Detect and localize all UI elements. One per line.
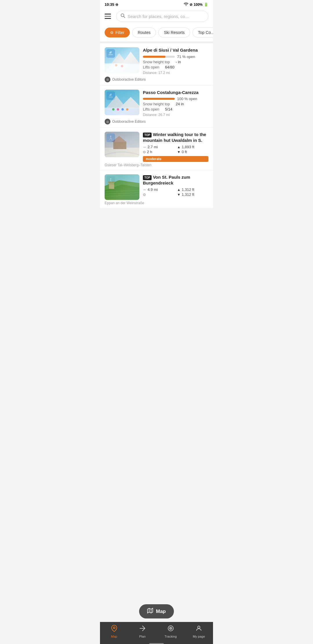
routes-label: Routes	[138, 30, 150, 35]
item-info: TOPWinter walking tour to the mountain h…	[143, 132, 208, 162]
item-info: TOPVon St. Pauls zum Burgendreieck ↔ 4.9…	[143, 174, 208, 200]
dnd-icon: ⊘	[190, 3, 192, 7]
battery-level: 100%	[194, 3, 203, 7]
distance-row: Distance: 26.7 mi	[143, 113, 208, 117]
snow-height-label: Snow height top	[143, 102, 170, 106]
list-item-main: Alpe di Siusi / Val Gardena 71 % open Sn…	[100, 47, 213, 75]
duration-stat: ⊙ 2 h	[143, 150, 174, 154]
author-name: Outdooractive Editors	[112, 77, 145, 82]
results-list: Alpe di Siusi / Val Gardena 71 % open Sn…	[100, 43, 213, 249]
list-item[interactable]: Passo Costalunga-Carezza 100 % open Snow…	[100, 86, 213, 128]
distance-value: 2.7 mi	[148, 145, 158, 149]
item-author: ◎ Outdooractive Editors	[100, 117, 213, 124]
ascent-value: 1,893 ft	[182, 145, 194, 149]
ascent-value: 1,312 ft	[182, 187, 194, 192]
wifi-icon	[184, 2, 188, 7]
list-container: Alpe di Siusi / Val Gardena 71 % open Sn…	[100, 43, 213, 208]
top-badge: TOP	[143, 133, 152, 138]
svg-point-20	[126, 108, 128, 111]
lifts-row: Lifts open 5/14	[143, 107, 208, 111]
item-info: Passo Costalunga-Carezza 100 % open Snow…	[143, 90, 208, 117]
top-collections-filter-button[interactable]: Top Co…	[192, 28, 213, 37]
difficulty-badge: moderate	[143, 156, 208, 162]
item-info: Alpe di Siusi / Val Gardena 71 % open Sn…	[143, 47, 208, 75]
item-location: Eppan an der Weinstraße	[100, 200, 213, 205]
menu-button[interactable]	[105, 12, 113, 20]
progress-row: 71 % open	[143, 55, 208, 59]
battery-icon: 🔋	[204, 2, 208, 7]
list-item-main: TOPVon St. Pauls zum Burgendreieck ↔ 4.9…	[100, 174, 213, 200]
descent-icon: ▼	[177, 150, 181, 154]
svg-line-2	[124, 17, 125, 18]
filter-bar: ⚙ Filter Routes Ski Resorts Top Co…	[100, 25, 213, 41]
author-name: Outdooractive Editors	[112, 120, 145, 124]
svg-point-18	[117, 108, 119, 111]
svg-point-17	[112, 108, 114, 111]
ski-resorts-filter-button[interactable]: Ski Resorts	[158, 28, 190, 37]
filter-label: Filter	[115, 30, 124, 35]
distance-value: 4.9 mi	[148, 187, 158, 192]
header: Search for places, regions, co…	[100, 8, 213, 25]
item-title: TOPVon St. Pauls zum Burgendreieck	[143, 174, 208, 186]
descent-value: 1,312 ft	[182, 192, 194, 197]
list-item[interactable]: Alpe di Siusi / Val Gardena 71 % open Sn…	[100, 43, 213, 86]
snow-height-row: Snow height top 24 in	[143, 102, 208, 106]
svg-point-19	[121, 108, 124, 111]
routes-filter-button[interactable]: Routes	[132, 28, 156, 37]
svg-point-9	[115, 64, 117, 66]
lifts-value: 5/14	[165, 107, 172, 111]
item-title: Alpe di Siusi / Val Gardena	[143, 47, 208, 53]
route-stats: ↔ 2.7 mi ▲ 1,893 ft ⊙ 2 h ▼	[143, 145, 208, 154]
ascent-icon: ▲	[177, 188, 181, 192]
clock-icon: ⊙	[143, 150, 146, 154]
progress-fill	[143, 98, 175, 100]
svg-point-10	[121, 65, 123, 67]
progress-bar	[143, 56, 175, 58]
distance-icon: ↔	[143, 145, 146, 149]
descent-value: 0 ft	[182, 150, 187, 154]
list-item-main: Passo Costalunga-Carezza 100 % open Snow…	[100, 90, 213, 117]
filter-icon: ⚙	[110, 30, 114, 35]
svg-rect-35	[108, 181, 115, 183]
lifts-label: Lifts open	[143, 65, 159, 69]
lifts-value: 64/80	[165, 65, 174, 69]
item-author: ◎ Outdooractive Editors	[100, 75, 213, 82]
progress-row: 100 % open	[143, 97, 208, 101]
status-do-not-disturb-icon: ⊖	[115, 3, 118, 7]
svg-point-0	[186, 5, 187, 6]
clock-icon: ⊙	[143, 193, 146, 197]
list-item[interactable]: TOPVon St. Pauls zum Burgendreieck ↔ 4.9…	[100, 170, 213, 208]
item-image-von	[105, 174, 139, 200]
lifts-label: Lifts open	[143, 107, 159, 111]
ski-resorts-label: Ski Resorts	[164, 30, 185, 35]
filter-active-button[interactable]: ⚙ Filter	[105, 28, 130, 37]
progress-fill	[143, 56, 165, 58]
distance-icon: ↔	[143, 188, 146, 192]
item-title: TOPWinter walking tour to the mountain h…	[143, 132, 208, 143]
route-stats: ↔ 4.9 mi ▲ 1,312 ft ⊙ ▼	[143, 187, 208, 197]
search-icon	[121, 13, 125, 19]
snow-height-label: Snow height top	[143, 60, 170, 64]
distance-row: Distance: 17.2 mi	[143, 71, 208, 75]
open-percent: 71 % open	[177, 55, 195, 59]
svg-rect-24	[113, 142, 126, 149]
item-title: Passo Costalunga-Carezza	[143, 90, 208, 95]
svg-rect-34	[109, 182, 114, 189]
duration-stat: ⊙	[143, 192, 174, 197]
item-image-passo	[105, 90, 139, 115]
status-bar: 10:35 ⊖ ⊘ 100% 🔋	[100, 0, 213, 8]
author-icon: ◎	[105, 119, 110, 124]
item-image-winter	[105, 132, 139, 157]
author-icon: ◎	[105, 77, 110, 82]
open-percent: 100 % open	[177, 97, 197, 101]
snow-height-row: Snow height top - in	[143, 60, 208, 64]
status-time: 10:35	[105, 2, 114, 7]
search-placeholder: Search for places, regions, co…	[128, 14, 189, 19]
list-item[interactable]: TOPWinter walking tour to the mountain h…	[100, 128, 213, 170]
distance-stat: ↔ 2.7 mi	[143, 145, 174, 149]
search-bar[interactable]: Search for places, regions, co…	[116, 11, 208, 22]
duration-value: 2 h	[147, 150, 152, 154]
ascent-icon: ▲	[177, 145, 181, 149]
descent-stat: ▼ 0 ft	[177, 150, 208, 154]
lifts-row: Lifts open 64/80	[143, 65, 208, 69]
